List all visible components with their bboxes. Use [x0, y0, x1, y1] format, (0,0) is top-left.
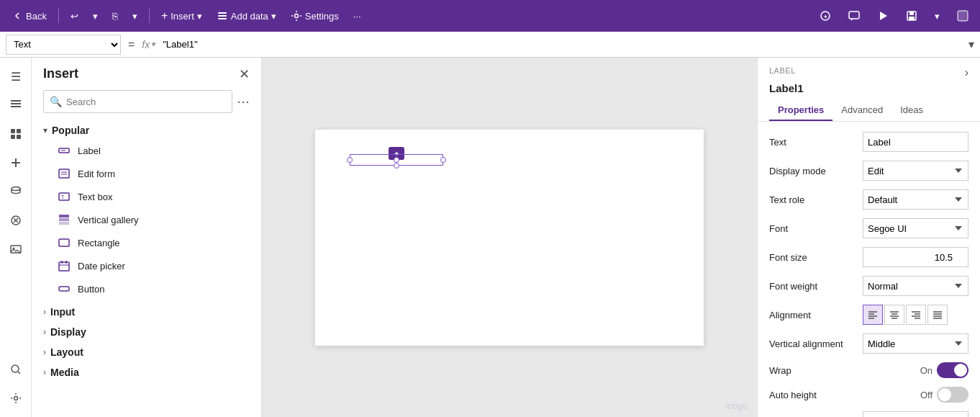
list-item[interactable]: Date picker [32, 254, 261, 277]
canvas-frame[interactable]: ✦ [315, 130, 704, 346]
svg-text:T: T [61, 194, 65, 199]
undo-button[interactable]: ↩ [65, 8, 84, 24]
input-section-title: Input [50, 306, 75, 318]
rectangle-icon [58, 236, 71, 249]
redo-button[interactable]: ⎘ [106, 8, 124, 24]
data-icon-button[interactable] [3, 179, 29, 205]
canvas-area[interactable]: ✦ Inogic [262, 58, 757, 417]
popular-section-header[interactable]: ▾ Popular [32, 119, 261, 139]
svg-rect-6 [849, 12, 859, 19]
resize-handle-left[interactable] [347, 157, 353, 163]
svg-point-24 [14, 397, 17, 400]
align-right-button[interactable] [906, 305, 926, 325]
prop-alignment-row: Alignment [758, 300, 980, 329]
layers-icon-button[interactable] [3, 92, 29, 118]
search-icon-button[interactable] [3, 357, 29, 382]
font-prop-label: Font [769, 223, 863, 234]
preview-button[interactable] [871, 7, 894, 24]
prop-vertical-alignment-row: Vertical alignment Middle Top Bottom [758, 329, 980, 358]
list-item[interactable]: Edit form [32, 162, 261, 185]
text-input[interactable] [863, 132, 968, 152]
resize-handle-top[interactable] [394, 157, 399, 163]
svg-point-3 [294, 14, 298, 18]
search-row: 🔍 ⋯ [32, 87, 261, 119]
props-expand-button[interactable]: › [965, 66, 968, 79]
redo-chevron[interactable]: ▾ [127, 8, 143, 24]
svg-rect-18 [17, 135, 21, 139]
equals-sign: = [125, 38, 137, 51]
save-chevron[interactable]: ▾ [929, 8, 945, 24]
media-section-title: Media [50, 367, 79, 378]
add-data-button[interactable]: Add data ▾ [211, 7, 282, 24]
tab-ideas[interactable]: Ideas [891, 100, 932, 121]
save-button[interactable] [900, 7, 923, 24]
more-options-button[interactable]: ··· [348, 8, 367, 24]
back-button[interactable]: Back [6, 7, 53, 24]
list-item[interactable]: Button [32, 277, 261, 300]
menu-icon-button[interactable]: ☰ [3, 63, 29, 89]
formula-expand-button[interactable]: ▾ [968, 37, 974, 51]
input-section-header[interactable]: › Input [32, 300, 261, 320]
comment-button[interactable] [843, 7, 866, 24]
list-item[interactable]: Label [32, 139, 261, 162]
font-size-input[interactable] [863, 247, 968, 267]
button-item-label: Button [78, 284, 105, 295]
font-size-prop-label: Font size [769, 252, 863, 263]
font-weight-prop-label: Font weight [769, 281, 863, 292]
align-left-button[interactable] [863, 305, 883, 325]
align-center-button[interactable] [884, 305, 904, 325]
prop-text-role-row: Text role Default [758, 185, 980, 214]
insert-label: Insert [171, 11, 194, 22]
svg-rect-15 [11, 129, 15, 133]
filter-more-button[interactable]: ⋯ [237, 94, 250, 109]
fx-button[interactable]: fx ▾ [142, 39, 155, 50]
undo-chevron[interactable]: ▾ [87, 8, 104, 24]
list-item[interactable]: Vertical gallery [32, 208, 261, 231]
variables-icon-button[interactable] [3, 207, 29, 233]
align-justify-button[interactable] [927, 305, 948, 325]
insert-button[interactable]: + Insert ▾ [155, 6, 208, 25]
formula-input[interactable] [160, 35, 964, 55]
resize-handle-right[interactable] [440, 157, 446, 163]
font-weight-prop-value: Normal Bold [863, 276, 968, 296]
settings-icon-button[interactable] [3, 385, 29, 411]
svg-rect-11 [958, 11, 968, 21]
publish-button[interactable] [951, 7, 974, 24]
resize-handle-bottom[interactable] [394, 163, 399, 169]
ai-button[interactable]: ✦ [814, 7, 837, 24]
font-prop-value: Segoe UI [863, 218, 968, 238]
components-icon-button[interactable] [3, 121, 29, 147]
wrap-toggle-knob [954, 364, 967, 377]
media-icon-button[interactable] [3, 236, 29, 262]
text-role-prop-label: Text role [769, 194, 863, 205]
auto-height-toggle[interactable] [937, 387, 968, 403]
wrap-toggle[interactable] [937, 362, 968, 378]
panel-title: Insert [43, 66, 78, 81]
auto-height-status: Off [920, 390, 933, 400]
display-mode-prop-value: Edit [863, 161, 968, 181]
svg-text:✦: ✦ [823, 14, 828, 20]
panel-close-button[interactable]: ✕ [239, 68, 250, 81]
overflow-prop-value: Hidden Scroll [863, 411, 968, 417]
overflow-select[interactable]: Hidden Scroll [863, 411, 968, 417]
font-weight-select[interactable]: Normal Bold [863, 276, 968, 296]
media-section-header[interactable]: › Media [32, 361, 261, 381]
list-item[interactable]: T Text box [32, 185, 261, 208]
prop-display-mode-row: Display mode Edit [758, 156, 980, 185]
layout-section-header[interactable]: › Layout [32, 341, 261, 361]
text-role-prop-value: Default [863, 189, 968, 210]
tab-advanced[interactable]: Advanced [832, 100, 891, 121]
list-item[interactable]: Rectangle [32, 231, 261, 254]
text-role-select[interactable]: Default [863, 189, 968, 210]
vertical-alignment-select[interactable]: Middle Top Bottom [863, 333, 968, 354]
label-element[interactable]: ✦ [350, 150, 443, 166]
add-icon-button[interactable] [3, 150, 29, 176]
tab-properties[interactable]: Properties [769, 100, 832, 121]
display-mode-select[interactable]: Edit [863, 161, 968, 181]
font-select[interactable]: Segoe UI [863, 218, 968, 238]
property-dropdown[interactable]: Text [6, 35, 121, 55]
settings-button[interactable]: Settings [285, 7, 345, 24]
display-section-header[interactable]: › Display [32, 320, 261, 341]
svg-rect-1 [218, 15, 227, 17]
search-input[interactable] [66, 97, 226, 107]
